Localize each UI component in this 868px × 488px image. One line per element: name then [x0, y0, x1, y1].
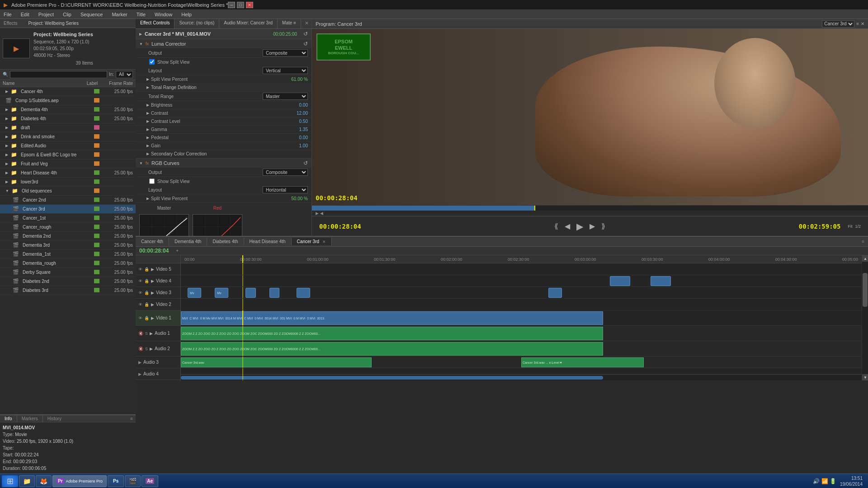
minimize-button[interactable]: ─ [228, 2, 235, 8]
timeline-tab-dementia4th[interactable]: Dementia 4th [169, 238, 207, 245]
v1-eye-icon[interactable]: 👁 [138, 316, 142, 320]
file-item-10[interactable]: ▶📁 lower3rd [0, 178, 136, 187]
menu-sequence[interactable]: Sequence [79, 12, 105, 17]
v1-expand-icon[interactable]: ▶ [151, 316, 154, 320]
output-dropdown[interactable]: Composite [263, 49, 308, 56]
rgb-split-pct-value[interactable]: 50.00 % [281, 196, 308, 201]
vscroll-down[interactable]: ▼ [862, 374, 868, 380]
gamma-value[interactable]: 1.35 [281, 127, 308, 132]
v2-eye-icon[interactable]: 👁 [138, 302, 142, 307]
folder-expand-7[interactable]: ▶ [5, 153, 8, 157]
start-button[interactable]: ⊞ [2, 475, 18, 487]
a2-solo-icon[interactable]: S [145, 347, 148, 351]
close-button[interactable]: ✕ [246, 2, 253, 8]
play-stop-button[interactable]: ▶ [575, 220, 585, 233]
a2-expand-icon[interactable]: ▶ [150, 347, 153, 351]
folder-expand-4[interactable]: ▶ [5, 126, 8, 130]
rgb-output-dropdown[interactable]: Composite [263, 169, 308, 176]
v3-eye-icon[interactable]: 👁 [138, 291, 142, 295]
v3-clip6[interactable] [548, 288, 562, 298]
v3-clip4[interactable] [269, 288, 280, 298]
v5-lock-icon[interactable]: 🔒 [144, 267, 149, 272]
a3-expand-icon[interactable]: ▶ [138, 360, 142, 365]
file-item-21[interactable]: 🎬 Diabetes 2nd25.00 fps [0, 277, 136, 286]
v3-lock-icon[interactable]: 🔒 [144, 291, 149, 295]
folder-expand-6[interactable]: ▶ [5, 144, 8, 148]
a4-expand-icon[interactable]: ▶ [138, 372, 142, 376]
tab-info[interactable]: Info [0, 415, 17, 422]
timeline-tab-cancer3rd[interactable]: Cancer 3rd ✕ [292, 238, 332, 245]
v4-clip1[interactable] [610, 276, 630, 286]
goto-out-button[interactable]: ⟫ [599, 221, 607, 231]
folder-expand-8[interactable]: ▶ [5, 162, 8, 166]
add-track-icon[interactable]: + [176, 249, 178, 253]
file-item-12[interactable]: 🎬 Cancer 2nd25.00 fps [0, 196, 136, 205]
file-item-19[interactable]: 🎬 Dementia_rough25.00 fps [0, 259, 136, 268]
file-item-11[interactable]: ▼📁 Old sequences [0, 187, 136, 196]
v3-expand-icon[interactable]: ▶ [151, 291, 154, 295]
file-item-13[interactable]: 🎬 Cancer 3rd25.00 fps [0, 205, 136, 214]
file-item-1[interactable]: 🎬 Comp 1/Subtitles.aep [0, 96, 136, 105]
tab-effect-controls[interactable]: Effect Controls [136, 19, 175, 28]
split-view-pct-value[interactable]: 61.00 % [281, 77, 308, 82]
a2-mute-icon[interactable]: 🔇 [138, 347, 143, 351]
tonal-range-dropdown[interactable]: Master [263, 93, 308, 100]
tab-audio-mixer[interactable]: Audio Mixer: Cancer 3rd [219, 19, 278, 28]
fit-label[interactable]: Fit [848, 224, 852, 229]
menu-file[interactable]: File [2, 12, 14, 17]
folder-expand-2[interactable]: ▶ [5, 108, 8, 112]
v3-clip2[interactable]: Mv [215, 288, 228, 298]
tab-markers[interactable]: Markers [17, 415, 43, 422]
file-item-15[interactable]: 🎬 Cancer_rough25.00 fps [0, 223, 136, 232]
v4-eye-icon[interactable]: 👁 [138, 279, 142, 283]
file-item-2[interactable]: ▶📁 Dementia 4th25.00 fps [0, 105, 136, 114]
a1-main-clip[interactable]: ZOOM Z Z ZO ZOO ZO Z ZOO ZO ZOO ZOOM ZOC… [181, 327, 603, 340]
file-item-3[interactable]: ▶📁 Diabetes 4th25.00 fps [0, 114, 136, 123]
rgb-reset-icon[interactable]: ↺ [303, 160, 308, 166]
file-item-17[interactable]: 🎬 Dementia 3rd25.00 fps [0, 241, 136, 250]
step-back-button[interactable]: ◀ [563, 221, 572, 231]
search-in-dropdown[interactable]: All [116, 71, 133, 78]
monitor-close-btn[interactable]: ✕ [861, 21, 864, 26]
a1-expand-icon[interactable]: ▶ [150, 331, 153, 336]
file-item-5[interactable]: ▶📁 Drink and smoke [0, 132, 136, 141]
v1-main-clip[interactable]: MVI_C MVI_0 M Mv MVI MVI_0014 M MVI_C MV… [181, 311, 603, 325]
menu-edit[interactable]: Edit [19, 12, 31, 17]
step-forward-button[interactable]: ▶ [588, 221, 597, 231]
a3-clip2[interactable]: Cancer 3rd.wav ... e:Level▼ [521, 357, 644, 367]
master-curve[interactable] [139, 214, 189, 236]
v2-lock-icon[interactable]: 🔒 [144, 302, 149, 307]
split-view-checkbox[interactable] [149, 59, 155, 65]
timeline-tab-diabetes4th[interactable]: Diabetes 4th [207, 238, 244, 245]
taskbar-premiere[interactable]: Pr Adobe Premiere Pro [52, 475, 107, 487]
file-item-16[interactable]: 🎬 Dementia 2nd25.00 fps [0, 232, 136, 241]
vscroll-thumb[interactable] [863, 273, 868, 307]
v4-lock-icon[interactable]: 🔒 [144, 279, 149, 283]
file-item-6[interactable]: ▶📁 Edited Audio [0, 141, 136, 150]
taskbar-mediabrowser[interactable]: 🎬 [125, 475, 141, 487]
a1-mute-icon[interactable]: 🔇 [138, 331, 143, 336]
monitor-playbar[interactable] [312, 205, 868, 211]
file-item-22[interactable]: 🎬 Diabetes 3rd25.00 fps [0, 286, 136, 295]
menu-title[interactable]: Title [135, 12, 147, 17]
a2-main-clip[interactable]: ZOOM Z Z ZO ZOO ZO Z ZOO ZO ZOO ZOOM ZOC… [181, 342, 603, 356]
luma-corrector-header[interactable]: ▼ fx Luma Corrector ↺ [136, 39, 311, 48]
timeline-tab-cancer4th[interactable]: Cancer 4th [136, 238, 169, 245]
search-input[interactable] [10, 71, 107, 78]
info-menu-icon[interactable]: ≡ [127, 415, 136, 422]
luma-reset-icon[interactable]: ↺ [303, 41, 308, 47]
contrast-level-value[interactable]: 0.50 [281, 119, 308, 124]
tab-mate[interactable]: Mate ≡ [278, 19, 301, 28]
file-item-20[interactable]: 🎬 Derby Square25.00 fps [0, 268, 136, 277]
menu-marker[interactable]: Marker [110, 12, 129, 17]
a1-solo-icon[interactable]: S [145, 331, 148, 336]
timeline-vscroll[interactable]: ▲ ▼ [862, 255, 868, 380]
file-item-8[interactable]: ▶📁 Fruit and Veg [0, 160, 136, 169]
taskbar-firefox[interactable]: 🦊 [36, 475, 52, 487]
timeline-tab-heartdisease4th[interactable]: Heart Disease 4th [244, 238, 292, 245]
brightness-value[interactable]: 0.00 [281, 103, 308, 108]
tab-history[interactable]: History [43, 415, 66, 422]
monitor-menu-btn[interactable]: ≡ [856, 21, 859, 26]
rgb-layout-dropdown[interactable]: Horizontal [263, 186, 308, 193]
file-item-0[interactable]: ▶📁 Cancer 4th25.00 fps [0, 87, 136, 96]
